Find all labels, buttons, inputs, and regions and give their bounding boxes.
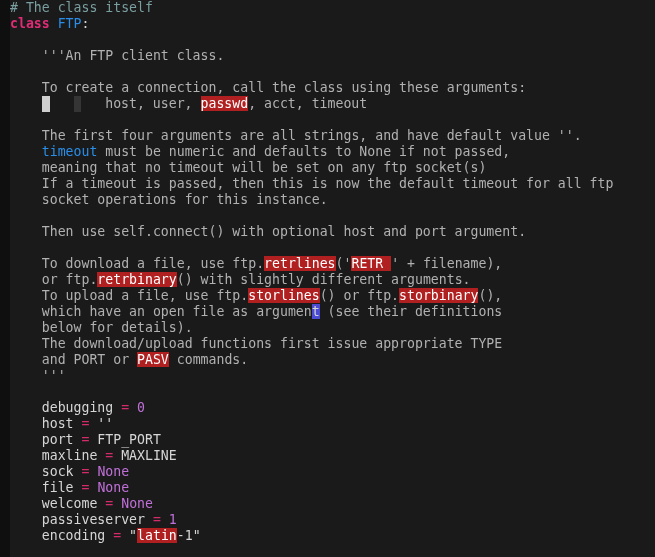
code-line[interactable]: The download/upload functions first issu… <box>10 336 502 351</box>
code-line[interactable]: If a timeout is passed, then this is now… <box>10 176 613 191</box>
code-token: maxline <box>10 448 105 463</box>
code-token: -1" <box>177 528 201 543</box>
code-token: host <box>10 416 81 431</box>
code-token: # The class itself <box>10 0 153 15</box>
code-token: The download/upload functions first issu… <box>10 336 502 351</box>
code-line[interactable]: encoding = "latin-1" <box>10 528 201 543</box>
code-line[interactable]: which have an open file as argument (see… <box>10 304 502 319</box>
code-token: sock <box>10 464 81 479</box>
code-token: None <box>121 496 153 511</box>
code-token: debugging <box>10 400 121 415</box>
code-token: '' <box>89 416 113 431</box>
code-line[interactable]: # The class itself <box>10 0 153 15</box>
code-token: Then use self.connect() with optional ho… <box>10 224 526 239</box>
code-line[interactable]: Then use self.connect() with optional ho… <box>10 224 526 239</box>
code-token: MAXLINE <box>113 448 177 463</box>
code-token: = <box>121 400 129 415</box>
code-token: PASV <box>137 352 169 367</box>
code-token: 0 <box>137 400 145 415</box>
code-line[interactable]: host, user, passwd, acct, timeout <box>10 96 367 111</box>
code-token: ''' <box>10 368 66 383</box>
code-token: must be numeric and defaults to None if … <box>97 144 510 159</box>
code-token: (see their definitions <box>320 304 503 319</box>
code-token: The first four arguments are all strings… <box>10 128 582 143</box>
code-token: ' + filename), <box>391 256 502 271</box>
code-token: None <box>97 464 129 479</box>
code-line[interactable]: maxline = MAXLINE <box>10 448 177 463</box>
code-line[interactable]: ''' <box>10 368 66 383</box>
code-token: t <box>312 304 320 319</box>
code-token: class <box>10 16 58 31</box>
code-line[interactable]: file = None <box>10 480 129 495</box>
code-token <box>10 144 42 159</box>
code-line[interactable]: sock = None <box>10 464 129 479</box>
code-token: welcome <box>10 496 105 511</box>
code-token: retrlines <box>264 256 335 271</box>
code-token: below for details). <box>10 320 193 335</box>
code-token <box>42 96 50 112</box>
code-token <box>161 512 169 527</box>
editor-gutter <box>0 0 10 557</box>
code-token: 1 <box>169 512 177 527</box>
code-token: RETR <box>351 256 391 271</box>
code-token: and PORT or <box>10 352 137 367</box>
code-token: host, user, <box>81 96 200 111</box>
code-line[interactable]: timeout must be numeric and defaults to … <box>10 144 510 159</box>
code-line[interactable]: and PORT or PASV commands. <box>10 352 248 367</box>
code-token: which have an open file as argumen <box>10 304 312 319</box>
code-line[interactable]: passiveserver = 1 <box>10 512 177 527</box>
code-line[interactable]: class FTP: <box>10 16 89 31</box>
code-token: port <box>10 432 81 447</box>
code-token: passiveserver <box>10 512 153 527</box>
code-line[interactable]: host = '' <box>10 416 113 431</box>
code-token: commands. <box>169 352 248 367</box>
code-token: = <box>113 528 121 543</box>
code-token: '''An FTP client class. <box>10 48 224 63</box>
code-token <box>129 400 137 415</box>
code-token: passwd <box>201 96 249 111</box>
code-line[interactable]: '''An FTP client class. <box>10 48 224 63</box>
code-line[interactable]: socket operations for this instance. <box>10 192 328 207</box>
code-line[interactable]: To upload a file, use ftp.storlines() or… <box>10 288 502 303</box>
code-line[interactable]: To download a file, use ftp.retrlines('R… <box>10 256 502 271</box>
code-token: or ftp. <box>10 272 97 287</box>
code-line[interactable]: meaning that no timeout will be set on a… <box>10 160 486 175</box>
code-token <box>113 496 121 511</box>
code-editor[interactable]: # The class itself class FTP: '''An FTP … <box>10 0 655 557</box>
code-token: To upload a file, use ftp. <box>10 288 248 303</box>
code-token: encoding <box>10 528 113 543</box>
code-token: " <box>121 528 137 543</box>
code-token: FTP <box>58 16 82 31</box>
code-line[interactable]: below for details). <box>10 320 193 335</box>
code-token: retrbinary <box>97 272 176 287</box>
code-token: : <box>81 16 89 31</box>
code-token: To create a connection, call the class u… <box>10 80 526 95</box>
code-token: To download a file, use ftp. <box>10 256 264 271</box>
code-line[interactable]: or ftp.retrbinary() with slightly differ… <box>10 272 471 287</box>
code-token: file <box>10 480 81 495</box>
code-line[interactable]: welcome = None <box>10 496 153 511</box>
code-token: meaning that no timeout will be set on a… <box>10 160 486 175</box>
code-token: latin <box>137 528 177 543</box>
code-token: = <box>153 512 161 527</box>
code-token <box>50 96 74 111</box>
code-token: () or ftp. <box>320 288 399 303</box>
code-token: timeout <box>42 144 98 159</box>
code-token: () with slightly different arguments. <box>177 272 471 287</box>
code-line[interactable]: To create a connection, call the class u… <box>10 80 526 95</box>
code-token: None <box>97 480 129 495</box>
code-line[interactable]: port = FTP_PORT <box>10 432 161 447</box>
code-token: (), <box>478 288 502 303</box>
code-line[interactable]: debugging = 0 <box>10 400 145 415</box>
code-token: , acct, timeout <box>248 96 367 111</box>
code-token <box>10 96 42 111</box>
code-token: FTP_PORT <box>89 432 160 447</box>
code-token: storbinary <box>399 288 478 303</box>
code-token: (' <box>336 256 352 271</box>
code-token: storlines <box>248 288 319 303</box>
code-token: socket operations for this instance. <box>10 192 328 207</box>
code-line[interactable]: The first four arguments are all strings… <box>10 128 582 143</box>
code-token: If a timeout is passed, then this is now… <box>10 176 613 191</box>
